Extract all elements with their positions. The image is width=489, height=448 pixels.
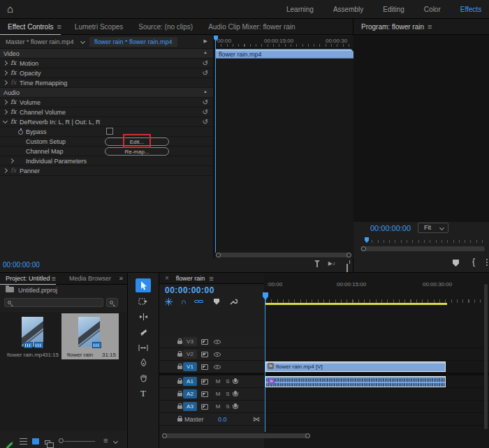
sync-lock-icon[interactable] (201, 391, 208, 397)
list-view-icon[interactable] (20, 438, 27, 446)
tab-media-browser[interactable]: Media Browser (61, 273, 119, 285)
lock-icon[interactable] (177, 418, 182, 421)
audio-clip[interactable]: fx (265, 376, 446, 387)
effect-row-volume[interactable]: fx Volume ↺ (0, 98, 213, 107)
play-audio-icon[interactable]: ▶♪ (328, 260, 335, 267)
playhead-line[interactable] (215, 36, 216, 253)
ripple-edit-tool[interactable] (136, 310, 151, 324)
playhead-timecode[interactable]: 00:00:00:00 (3, 261, 40, 269)
sync-lock-icon[interactable] (201, 379, 208, 384)
tab-effect-controls[interactable]: Effect Controls (0, 19, 61, 35)
fx-badge-icon[interactable]: fx (10, 108, 16, 115)
scrollbar-handle[interactable] (305, 433, 310, 438)
export-icon[interactable] (346, 264, 348, 271)
collapse-icon[interactable]: ▲ (203, 50, 207, 54)
freeform-view-icon[interactable] (45, 438, 50, 446)
track-target-a1[interactable]: A1 (183, 377, 197, 386)
expand-icon[interactable] (3, 110, 8, 114)
track-target-v1[interactable]: V1 (183, 362, 197, 371)
sequence-timecode[interactable]: 00:00:00:00 (165, 285, 214, 295)
clip-bar[interactable]: flower rain.mp4 (215, 49, 353, 59)
collapse-row-icon[interactable] (3, 119, 8, 124)
mark-in-icon[interactable]: { (472, 257, 475, 267)
zoom-level-select[interactable]: Fit (418, 223, 448, 233)
filter-properties-icon[interactable] (314, 263, 320, 271)
timeline-horizontal-scrollbar[interactable] (162, 433, 310, 438)
mute-track-button[interactable]: M (214, 403, 222, 411)
toggle-track-output-icon[interactable] (214, 352, 221, 357)
sync-lock-icon[interactable] (201, 364, 208, 370)
expand-icon[interactable] (3, 70, 8, 75)
bin-item-clip[interactable]: flower rain.mp4 31:15 (6, 313, 60, 359)
track-lane-v2[interactable] (264, 348, 489, 361)
reset-effect-icon[interactable]: ↺ (203, 98, 208, 106)
bin-item-sequence-selected[interactable]: flower rain 31:15 (61, 313, 119, 359)
track-lane-v3[interactable] (264, 336, 489, 348)
search-input[interactable] (4, 298, 103, 307)
panel-menu-icon[interactable]: ≡ (57, 22, 66, 31)
toggle-track-output-icon[interactable] (214, 365, 221, 369)
tab-project[interactable]: Project: Untitled (0, 273, 56, 285)
program-ruler[interactable] (359, 237, 486, 244)
search-bin-button[interactable] (106, 298, 118, 307)
workspace-tab-effects[interactable]: Effects (451, 6, 489, 13)
lock-icon[interactable] (177, 341, 182, 344)
track-lane-a3[interactable] (264, 401, 489, 413)
master-clip-label[interactable]: Master * flower rain.mp4 (6, 38, 74, 45)
razor-tool[interactable] (136, 325, 151, 339)
add-marker-icon[interactable] (453, 260, 459, 268)
sort-icon[interactable]: ≡ (103, 436, 108, 445)
reset-effect-icon[interactable]: ↺ (203, 108, 208, 116)
selection-tool[interactable] (136, 278, 151, 292)
bin-path-row[interactable]: Untitled.prproj (0, 285, 128, 296)
voiceover-record-icon[interactable] (234, 403, 237, 408)
expand-icon[interactable] (3, 80, 8, 85)
lock-icon[interactable] (177, 405, 182, 409)
effect-row-dereverb[interactable]: fx DeReverb In: L, R | Out: L, R ↺ (0, 117, 213, 127)
effect-row-motion[interactable]: fx Motion ↺ (0, 59, 213, 68)
snap-toggle-icon[interactable]: ∩ (181, 297, 187, 306)
tab-sequence[interactable]: flower rain (172, 273, 210, 284)
linked-selection-icon[interactable] (194, 297, 203, 306)
lock-icon[interactable] (177, 380, 182, 384)
lock-icon[interactable] (177, 366, 182, 369)
lock-icon[interactable] (177, 393, 182, 396)
hand-tool[interactable] (136, 371, 151, 385)
fx-badge-icon[interactable]: fx (10, 69, 16, 76)
program-timecode[interactable]: 00:00:00:00 (370, 224, 411, 232)
timeline-settings-wrench-icon[interactable] (229, 297, 238, 306)
panel-menu-icon[interactable]: ≡ (52, 274, 61, 283)
fx-badge-icon[interactable]: fx (10, 98, 16, 105)
sync-lock-icon[interactable] (201, 339, 208, 345)
remap-button[interactable]: Re-map... (105, 147, 169, 156)
fx-badge-icon[interactable]: fx (10, 59, 16, 66)
solo-track-button[interactable]: S (224, 390, 232, 398)
zoom-slider-track[interactable] (64, 441, 95, 442)
home-icon[interactable]: ⌂ (7, 3, 13, 15)
collapse-icon[interactable]: ▲ (203, 89, 207, 94)
workspace-tab-assembly[interactable]: Assembly (323, 6, 373, 13)
workspace-tab-color[interactable]: Color (414, 6, 451, 13)
solo-track-button[interactable]: S (224, 403, 232, 411)
video-clip[interactable]: fxflower rain.mp4 [V] (265, 361, 446, 372)
chevron-down-icon[interactable] (80, 39, 85, 44)
program-scrollbar[interactable] (360, 246, 485, 251)
zoom-slider-knob[interactable] (59, 438, 64, 443)
bypass-checkbox[interactable] (106, 128, 113, 135)
track-target-a2[interactable]: A2 (183, 389, 197, 398)
track-select-forward-tool[interactable] (136, 294, 151, 308)
expand-icon[interactable] (9, 158, 14, 163)
play-icon[interactable]: ▶ (204, 38, 207, 44)
tab-program[interactable]: Program: flower rain (353, 19, 432, 35)
reset-effect-icon[interactable]: ↺ (203, 69, 208, 77)
tab-lumetri-scopes[interactable]: Lumetri Scopes (67, 19, 131, 35)
section-row-audio[interactable]: Audio ▲ (0, 88, 213, 98)
param-row-individual-parameters[interactable]: Individual Parameters (0, 156, 213, 166)
reset-effect-icon[interactable]: ↺ (203, 59, 208, 67)
expand-icon[interactable] (3, 100, 8, 105)
workspace-tab-editing[interactable]: Editing (373, 6, 414, 13)
tab-source-monitor[interactable]: Source: (no clips) (131, 19, 200, 35)
sync-lock-icon[interactable] (201, 352, 208, 357)
effect-row-time-remapping[interactable]: fx Time Remapping (0, 78, 213, 88)
scrollbar-handle[interactable] (162, 433, 167, 438)
